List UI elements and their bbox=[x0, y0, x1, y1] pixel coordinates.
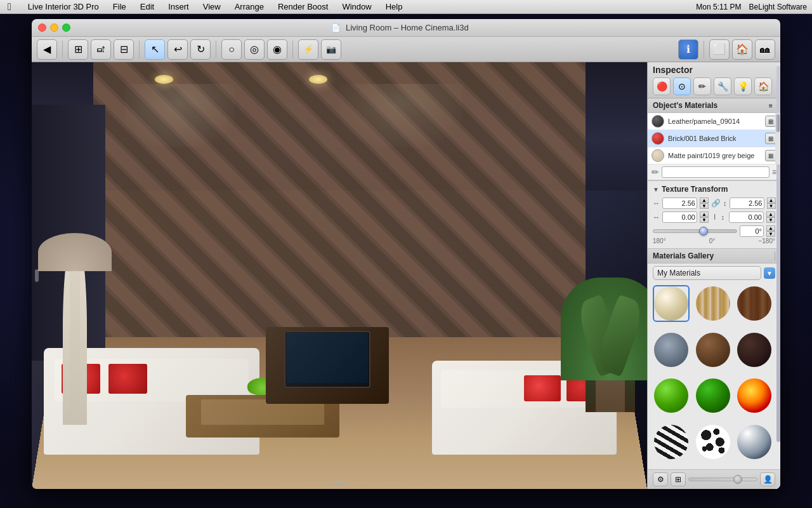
x-down[interactable]: ▼ bbox=[700, 217, 709, 223]
sphere-icon-tab[interactable]: ⊙ bbox=[673, 77, 691, 95]
link-icon[interactable]: 🔗 bbox=[711, 199, 721, 208]
list-view-icon[interactable]: ≡ bbox=[772, 168, 776, 177]
view-2d-button[interactable]: ⬜ bbox=[709, 39, 730, 60]
gallery-size-slider[interactable] bbox=[688, 478, 757, 481]
pencil-icon: ✏ bbox=[652, 167, 659, 177]
menu-renderbost[interactable]: Render Boost bbox=[275, 2, 331, 11]
materials-scrollbar-thumb[interactable] bbox=[776, 114, 780, 132]
info-button[interactable]: ℹ bbox=[678, 39, 698, 60]
material-search-input[interactable] bbox=[662, 166, 769, 178]
materials-list-icon[interactable]: ≡ bbox=[766, 101, 775, 110]
gallery-item-spots[interactable] bbox=[695, 424, 731, 460]
separator5 bbox=[704, 41, 704, 58]
y-input[interactable] bbox=[729, 211, 764, 223]
separator2 bbox=[139, 41, 140, 58]
material-row-brick[interactable]: Brick/001 Baked Brick ⊞ bbox=[648, 130, 780, 147]
rotate-button[interactable]: ↻ bbox=[190, 39, 211, 60]
separator4 bbox=[292, 41, 293, 58]
gallery-dropdown[interactable]: My Materials Default Materials Stone & C… bbox=[653, 266, 761, 280]
gallery-item-zebra[interactable] bbox=[653, 424, 690, 460]
materials-icon-tab[interactable]: 🔴 bbox=[653, 77, 671, 95]
gallery-title: Materials Gallery bbox=[653, 251, 714, 260]
width-up[interactable]: ▲ bbox=[700, 197, 709, 203]
menu-view[interactable]: View bbox=[200, 2, 223, 11]
gallery-item-wood-brown[interactable] bbox=[695, 331, 731, 368]
gallery-item-chrome[interactable] bbox=[736, 424, 773, 460]
3d-viewport[interactable] bbox=[32, 62, 647, 489]
window-title: 📄 Living Room – Home Cinema.li3d bbox=[77, 23, 723, 32]
gallery-size-thumb[interactable] bbox=[733, 475, 742, 484]
label-neg180: −180° bbox=[758, 237, 775, 244]
edit-icon-tab[interactable]: ✏ bbox=[693, 77, 711, 95]
y-up[interactable]: ▲ bbox=[766, 211, 775, 217]
apple-menu[interactable]:  bbox=[5, 1, 14, 13]
view-3d-button[interactable]: 🏘 bbox=[755, 39, 775, 60]
area-light-button[interactable]: ◉ bbox=[267, 39, 287, 60]
menu-arrange[interactable]: Arrange bbox=[232, 2, 266, 11]
gallery-footer: ⚙ ⊞ 👤 bbox=[648, 469, 780, 489]
gallery-item-dark[interactable] bbox=[736, 331, 773, 368]
gallery-item-fire[interactable] bbox=[736, 377, 773, 414]
menu-help[interactable]: Help bbox=[383, 2, 405, 11]
gallery-item-stone-blue[interactable] bbox=[653, 331, 690, 368]
vertical-scrollbar[interactable] bbox=[35, 269, 39, 282]
maximize-button[interactable] bbox=[62, 23, 70, 32]
rotation-up[interactable]: ▲ bbox=[766, 225, 775, 231]
close-button[interactable] bbox=[38, 23, 46, 32]
gallery-item-beige[interactable] bbox=[653, 285, 690, 322]
material-row-matte[interactable]: Matte paint/1019 grey beige ⊞ bbox=[648, 147, 780, 164]
gallery-user-btn[interactable]: 👤 bbox=[760, 472, 775, 486]
height-input[interactable] bbox=[730, 197, 764, 209]
point-light-button[interactable]: ○ bbox=[221, 39, 242, 60]
light-icon-tab[interactable]: 💡 bbox=[734, 77, 752, 95]
width-down[interactable]: ▼ bbox=[700, 203, 709, 209]
menu-file[interactable]: File bbox=[110, 2, 129, 11]
menu-edit[interactable]: Edit bbox=[138, 2, 157, 11]
gallery-view-btn[interactable]: ⊞ bbox=[671, 472, 686, 486]
inspector-title: Inspector bbox=[653, 65, 693, 75]
dropdown-arrow-btn[interactable]: ▼ bbox=[764, 267, 775, 279]
transform-xy-row: ↔ ▲ ▼ I ↕ ▲ ▼ bbox=[653, 211, 775, 223]
x-up[interactable]: ▲ bbox=[700, 211, 709, 217]
y-down[interactable]: ▼ bbox=[766, 217, 775, 223]
layout-button[interactable]: ⊟ bbox=[114, 39, 134, 60]
render-button[interactable]: 📷 bbox=[321, 39, 341, 60]
link-icon-2: I bbox=[711, 213, 718, 222]
label-180: 180° bbox=[653, 237, 666, 244]
walk-mode-button[interactable]: ⚡ bbox=[298, 39, 318, 60]
gallery-settings-btn[interactable]: ⚙ bbox=[653, 472, 668, 486]
floor-plan-button[interactable]: ⊞ bbox=[68, 39, 88, 60]
move-button[interactable]: ↩ bbox=[167, 39, 188, 60]
height-down[interactable]: ▼ bbox=[767, 203, 776, 209]
menu-insert[interactable]: Insert bbox=[166, 2, 192, 11]
x-input[interactable] bbox=[662, 211, 697, 223]
material-name-3: Matte paint/1019 grey beige bbox=[668, 152, 761, 159]
texture-transform-title: Texture Transform bbox=[662, 185, 728, 194]
gallery-item-wood-dark[interactable] bbox=[736, 285, 773, 322]
horizontal-scrollbar[interactable] bbox=[333, 482, 346, 486]
inspector-tab-icons: 🔴 ⊙ ✏ 🔧 💡 🏠 bbox=[653, 77, 775, 95]
back-button[interactable]: ◀ bbox=[37, 39, 57, 60]
select-button[interactable]: ↖ bbox=[145, 39, 165, 60]
menu-app[interactable]: Live Interior 3D Pro bbox=[25, 2, 102, 11]
gallery-item-green-bright[interactable] bbox=[653, 377, 690, 414]
rotation-down[interactable]: ▼ bbox=[766, 231, 775, 237]
height-up[interactable]: ▲ bbox=[767, 197, 776, 203]
design-button[interactable]: 🛋 bbox=[91, 39, 111, 60]
menu-window[interactable]: Window bbox=[339, 2, 374, 11]
view-home-button[interactable]: 🏠 bbox=[732, 39, 752, 60]
rotation-slider[interactable] bbox=[653, 229, 737, 233]
settings-icon-tab[interactable]: 🔧 bbox=[714, 77, 731, 95]
minimize-button[interactable] bbox=[50, 23, 58, 32]
rotation-thumb[interactable] bbox=[699, 227, 708, 236]
spot-light-button[interactable]: ◎ bbox=[244, 39, 265, 60]
gallery-item-wood-light[interactable] bbox=[695, 285, 731, 322]
toggle-arrow[interactable]: ▼ bbox=[653, 186, 659, 193]
material-wood-brown bbox=[696, 333, 730, 367]
width-input[interactable] bbox=[662, 197, 697, 209]
room-icon-tab[interactable]: 🏠 bbox=[754, 77, 772, 95]
material-row-leather[interactable]: Leather/pamela_09014 ⊞ bbox=[648, 113, 780, 130]
material-fire bbox=[737, 378, 771, 413]
gallery-item-green-dark[interactable] bbox=[695, 377, 731, 414]
rotation-input[interactable] bbox=[740, 225, 764, 237]
